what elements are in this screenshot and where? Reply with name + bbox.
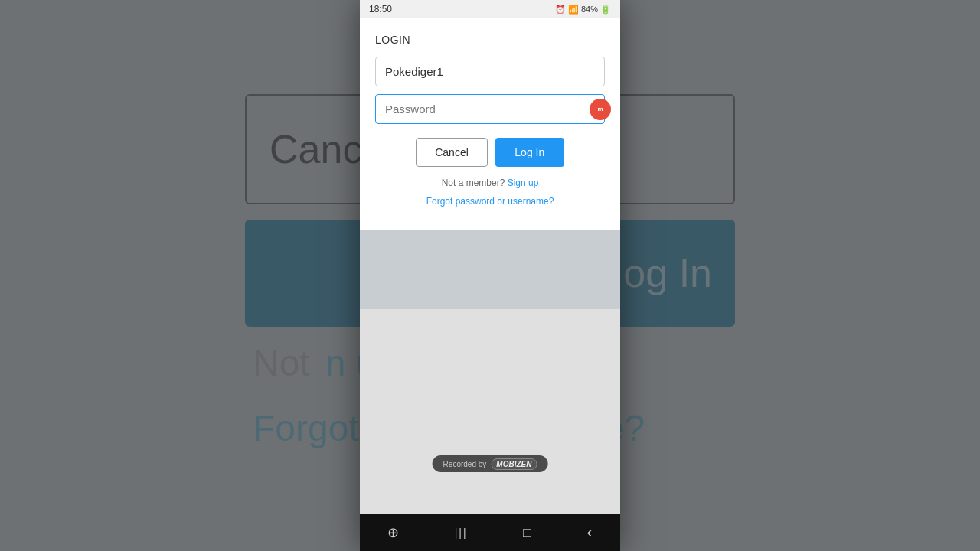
badge-icon: m	[597, 106, 603, 112]
recorded-logo: MOBIZEN	[491, 459, 537, 468]
wifi-icon: 📶	[568, 5, 579, 15]
forgot-link[interactable]: Forgot password or username?	[375, 196, 605, 207]
left-overlay	[0, 0, 360, 551]
status-icons: ⏰ 📶 84% 🔋	[555, 5, 611, 15]
gray-area-below-modal	[360, 309, 620, 514]
password-wrapper: m	[375, 94, 605, 124]
back-nav-icon[interactable]: ‹	[586, 523, 592, 543]
password-badge: m	[590, 99, 611, 120]
login-buttons: Cancel Log In	[375, 138, 605, 167]
menu-nav-icon[interactable]: |||	[455, 527, 468, 539]
recorded-text: Recorded by	[443, 460, 487, 468]
password-input[interactable]	[375, 94, 605, 124]
android-nav-bar: ⊕ ||| □ ‹	[360, 514, 620, 551]
recorded-badge: Recorded by MOBIZEN	[433, 455, 548, 472]
battery-percent: 84%	[581, 5, 598, 14]
phone-app-area: Canc og In LOGIN m Cancel Log In Not a m…	[360, 18, 620, 514]
right-overlay	[620, 0, 980, 551]
login-title: LOGIN	[375, 34, 605, 46]
signup-link[interactable]: Sign up	[508, 178, 539, 188]
home-nav-icon[interactable]: □	[523, 525, 531, 541]
status-time: 18:50	[369, 4, 392, 15]
login-button[interactable]: Log In	[495, 138, 564, 167]
settings-nav-icon[interactable]: ⊕	[387, 524, 399, 541]
alarm-icon: ⏰	[555, 5, 566, 15]
login-modal: LOGIN m Cancel Log In Not a member? Sign…	[360, 18, 620, 230]
not-member-text: Not a member?	[442, 178, 505, 188]
battery-icon: 🔋	[600, 5, 611, 15]
cancel-button[interactable]: Cancel	[416, 138, 488, 167]
not-member-row: Not a member? Sign up	[375, 178, 605, 188]
status-bar: 18:50 ⏰ 📶 84% 🔋	[360, 0, 620, 18]
phone-frame: 18:50 ⏰ 📶 84% 🔋 Canc og In LOGIN	[360, 0, 620, 551]
username-input[interactable]	[375, 57, 605, 86]
